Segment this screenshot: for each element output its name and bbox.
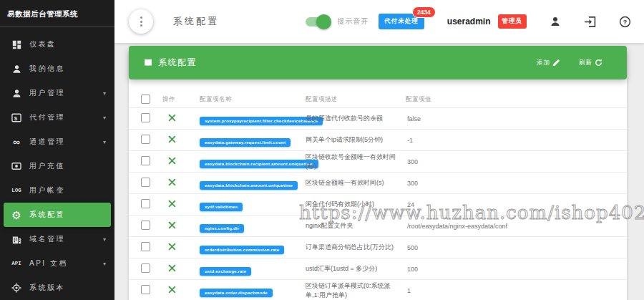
pencil-icon	[552, 59, 560, 67]
panel-actions: 添加 刷新	[537, 59, 613, 67]
config-name-badge[interactable]: easydata.blockchain.amount.uniquetime	[200, 181, 298, 190]
table-row: easydata.order.dispachmode 区块链订单派单模式(0:系…	[129, 279, 627, 300]
sidebar-item-label: 用户充值	[29, 161, 65, 171]
config-name-badge[interactable]: xydf.validtimes	[200, 203, 243, 211]
add-button-label: 添加	[537, 59, 550, 67]
sidebar-item-label: 通道管理	[29, 137, 65, 147]
tools-icon[interactable]	[167, 178, 177, 187]
table-header: 操作 配置项名称 配置项描述 配置项值	[129, 92, 627, 107]
panel-title: 系统配置	[158, 57, 197, 69]
sidebar-item-label: 系统版本	[29, 283, 65, 293]
user-icon[interactable]	[550, 16, 561, 27]
dot-icon	[140, 24, 142, 26]
app-root: 易数据后台管理系统 仪表盘 我的信息 用户管理 ▾ $ 代付管理 ▾ ∞ 通道管…	[0, 0, 644, 300]
infinity-icon: ∞	[10, 137, 23, 147]
config-name-badge[interactable]: easydata.blockchain.recipient.amount.uni…	[200, 160, 318, 168]
config-value: -1	[406, 137, 617, 144]
target-icon	[10, 283, 23, 293]
tools-icon[interactable]	[167, 242, 177, 251]
tools-icon[interactable]	[167, 263, 177, 273]
panel-header: 系统配置 添加 刷新	[129, 46, 627, 79]
tools-icon[interactable]	[167, 135, 177, 144]
table-row: easydata.blockchain.recipient.amount.uni…	[129, 150, 627, 172]
config-description: ustd汇率(1ustd = 多少分)	[306, 264, 406, 274]
help-icon[interactable]: ?	[619, 16, 631, 28]
chevron-down-icon: ▾	[103, 236, 106, 243]
row-checkbox[interactable]	[141, 242, 150, 251]
row-checkbox[interactable]	[141, 199, 150, 208]
row-checkbox[interactable]	[141, 113, 150, 122]
refresh-button[interactable]: 刷新	[579, 59, 602, 67]
sidebar-item-my-info[interactable]: 我的信息	[0, 57, 114, 81]
banknote-icon	[10, 162, 23, 170]
log-icon: LOG	[10, 188, 23, 193]
sidebar-item-user-balance-log[interactable]: LOG 用户帐变	[0, 178, 114, 203]
col-config-value: 配置项值	[406, 95, 617, 104]
sidebar-item-label: 用户管理	[29, 88, 65, 98]
row-checkbox[interactable]	[141, 156, 150, 165]
username: useradmin	[447, 16, 491, 26]
select-all-checkbox[interactable]	[141, 95, 150, 104]
sidebar-item-label: 代付管理	[29, 112, 65, 122]
config-description: 区块链金额唯一有效时间(s)	[306, 178, 406, 188]
config-description: 是的筛选代付收款号的余额	[306, 114, 406, 123]
row-checkbox[interactable]	[141, 221, 150, 230]
dollar-square-icon: $	[10, 113, 23, 122]
config-name-badge[interactable]: easydata.order.dispachmode	[200, 289, 273, 297]
app-title: 易数据后台管理系统	[0, 0, 114, 26]
config-description: 网关单个ip请求限制(5分钟)	[306, 135, 406, 145]
sidebar-item-payout-management[interactable]: $ 代付管理 ▾	[0, 105, 114, 130]
person-icon	[10, 64, 23, 74]
sidebar-item-system-config[interactable]: ⚙ 系统配置	[4, 203, 111, 227]
row-checkbox[interactable]	[141, 135, 150, 144]
config-table-body: system.proxypayrecipient.filter.checkdev…	[129, 107, 627, 300]
sidebar-item-channel-management[interactable]: ∞ 通道管理 ▾	[0, 130, 114, 154]
refresh-icon	[595, 59, 602, 67]
logout-icon[interactable]	[584, 16, 596, 28]
sound-toggle-label: 提示音开	[337, 16, 369, 26]
config-card: 操作 配置项名称 配置项描述 配置项值 system.proxypayrecip…	[129, 52, 627, 300]
row-checkbox[interactable]	[141, 263, 150, 273]
building-icon	[10, 235, 23, 244]
menu-toggle-button[interactable]	[129, 9, 153, 34]
config-description: 区块链订单派单模式(0:系统派单,1:用户抢单)	[306, 281, 406, 300]
tools-icon[interactable]	[167, 113, 177, 122]
config-name-badge[interactable]: nginx.config.dir	[200, 224, 244, 233]
pending-count-badge: 2434	[412, 6, 436, 18]
sidebar-item-dashboard[interactable]: 仪表盘	[0, 32, 114, 57]
row-checkbox[interactable]	[141, 285, 150, 294]
config-name-badge[interactable]: easydata.gateway.request.limit.count	[200, 138, 291, 147]
tools-icon[interactable]	[167, 285, 177, 294]
tools-icon[interactable]	[167, 156, 177, 165]
sound-toggle[interactable]	[306, 17, 330, 26]
dashboard-icon	[10, 40, 23, 49]
add-button[interactable]: 添加	[537, 59, 560, 67]
pending-payout-button[interactable]: 代付未处理 2434	[379, 14, 424, 29]
col-config-description: 配置项描述	[306, 95, 406, 104]
sidebar-item-domain-management[interactable]: 域名管理 ▾	[0, 227, 114, 251]
config-name-badge[interactable]: system.proxypayrecipient.filter.checkdev…	[200, 117, 323, 125]
chevron-down-icon: ▾	[103, 90, 106, 97]
chevron-down-icon: ▾	[103, 139, 106, 145]
sidebar-item-system-version[interactable]: 系统版本	[0, 276, 114, 300]
config-value: 300	[406, 158, 617, 165]
topbar: 系统配置 提示音开 代付未处理 2434 useradmin 管理员 ?	[114, 0, 644, 43]
sidebar-item-label: 用户帐变	[29, 185, 65, 195]
sidebar-item-api-docs[interactable]: API API 文档 ▾	[0, 251, 114, 276]
dot-icon	[140, 16, 142, 19]
sidebar: 易数据后台管理系统 仪表盘 我的信息 用户管理 ▾ $ 代付管理 ▾ ∞ 通道管…	[0, 0, 114, 300]
table-row: easydata.gateway.request.limit.count 网关单…	[129, 129, 627, 150]
sidebar-item-label: 系统配置	[29, 210, 65, 220]
table-row: system.proxypayrecipient.filter.checkdev…	[129, 107, 627, 129]
tools-icon[interactable]	[167, 221, 177, 230]
config-name-badge[interactable]: orderdistribution.commission.rate	[200, 246, 284, 254]
sidebar-item-user-management[interactable]: 用户管理 ▾	[0, 81, 114, 105]
content: 系统配置 添加 刷新 操作 配置项	[114, 43, 644, 300]
config-description: nginx配置文件夹	[306, 221, 406, 231]
tools-icon[interactable]	[167, 199, 177, 208]
config-name-badge[interactable]: ustd.exchange.rate	[200, 267, 251, 276]
config-value: 1	[406, 287, 617, 294]
table-row: xydf.validtimes 闲鱼代付码有效期(小时) 24	[129, 193, 627, 215]
sidebar-item-user-recharge[interactable]: 用户充值	[0, 154, 114, 178]
row-checkbox[interactable]	[141, 178, 150, 187]
